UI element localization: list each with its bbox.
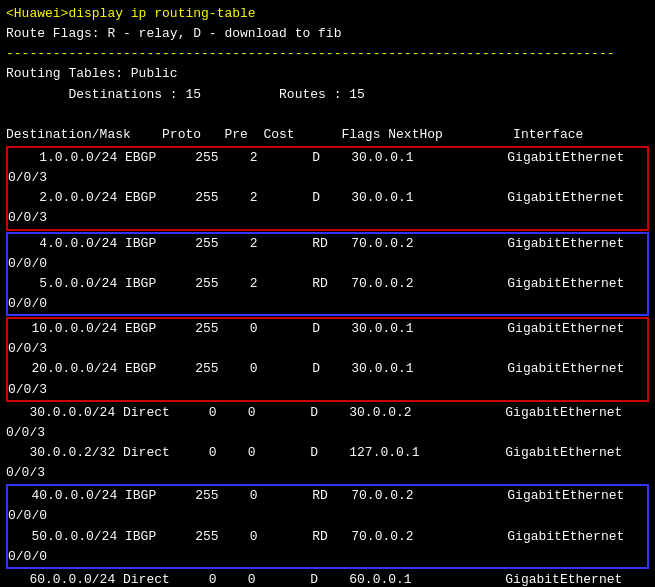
col-headers: Destination/Mask Proto Pre Cost Flags Ne… [6,125,649,145]
route-group-0: 1.0.0.0/24 EBGP 255 2 D 30.0.0.1 Gigabit… [6,146,649,231]
route-row: 1.0.0.0/24 EBGP 255 2 D 30.0.0.1 Gigabit… [8,148,647,168]
route-row: 30.0.0.2/32 Direct 0 0 D 127.0.0.1 Gigab… [6,443,649,463]
iface-row: 0/0/0 [8,547,647,567]
dest-routes-line: Destinations : 15 Routes : 15 [6,85,649,105]
terminal: <Huawei>display ip routing-table Route F… [0,0,655,587]
route-group-1: 4.0.0.0/24 IBGP 255 2 RD 70.0.0.2 Gigabi… [6,232,649,317]
iface-row: 0/0/3 [6,463,649,483]
route-row: 30.0.0.0/24 Direct 0 0 D 30.0.0.2 Gigabi… [6,403,649,423]
prompt-line: <Huawei>display ip routing-table [6,4,649,24]
separator-line: ----------------------------------------… [6,44,649,64]
route-group-5: 60.0.0.0/24 Direct 0 0 D 60.0.0.1 Gigabi… [6,570,649,587]
iface-row: 0/0/0 [8,506,647,526]
spacer [6,105,649,125]
iface-row: 0/0/0 [8,294,647,314]
route-row: 4.0.0.0/24 IBGP 255 2 RD 70.0.0.2 Gigabi… [8,234,647,254]
iface-row: 0/0/3 [8,168,647,188]
route-group-4: 40.0.0.0/24 IBGP 255 0 RD 70.0.0.2 Gigab… [6,484,649,569]
iface-row: 0/0/3 [8,380,647,400]
route-row: 2.0.0.0/24 EBGP 255 2 D 30.0.0.1 Gigabit… [8,188,647,208]
route-group-2: 10.0.0.0/24 EBGP 255 0 D 30.0.0.1 Gigabi… [6,317,649,402]
iface-row: 0/0/3 [6,423,649,443]
route-row: 5.0.0.0/24 IBGP 255 2 RD 70.0.0.2 Gigabi… [8,274,647,294]
iface-row: 0/0/0 [8,254,647,274]
iface-row: 0/0/3 [8,339,647,359]
route-group-3: 30.0.0.0/24 Direct 0 0 D 30.0.0.2 Gigabi… [6,403,649,484]
route-row: 40.0.0.0/24 IBGP 255 0 RD 70.0.0.2 Gigab… [8,486,647,506]
routing-table: 1.0.0.0/24 EBGP 255 2 D 30.0.0.1 Gigabit… [6,146,649,587]
route-row: 50.0.0.0/24 IBGP 255 0 RD 70.0.0.2 Gigab… [8,527,647,547]
routing-tables-label: Routing Tables: Public [6,64,649,84]
route-row: 60.0.0.0/24 Direct 0 0 D 60.0.0.1 Gigabi… [6,570,649,587]
iface-row: 0/0/3 [8,208,647,228]
route-row: 10.0.0.0/24 EBGP 255 0 D 30.0.0.1 Gigabi… [8,319,647,339]
route-row: 20.0.0.0/24 EBGP 255 0 D 30.0.0.1 Gigabi… [8,359,647,379]
flags-line: Route Flags: R - relay, D - download to … [6,24,649,44]
